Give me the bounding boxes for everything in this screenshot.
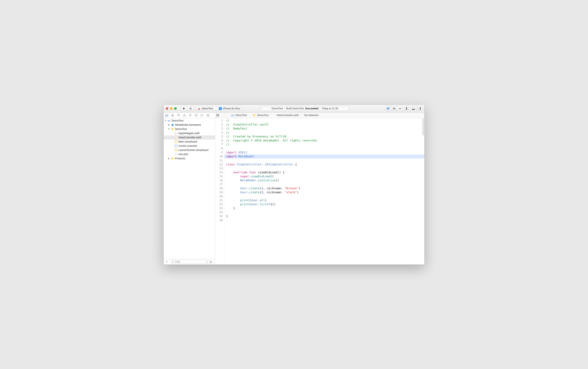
minimize-window-button[interactable] xyxy=(170,107,172,110)
toggle-utilities-button[interactable] xyxy=(416,106,422,111)
find-navigator-tab[interactable] xyxy=(177,113,180,117)
line-number[interactable]: 18 xyxy=(215,186,223,190)
toggle-navigator-button[interactable] xyxy=(405,106,410,111)
jump-segment-2[interactable]: ViewController.swift xyxy=(276,114,298,117)
report-navigator-tab[interactable] xyxy=(206,113,210,117)
line-number[interactable]: 12 xyxy=(215,163,223,166)
add-button[interactable]: + xyxy=(165,260,169,264)
forward-button[interactable]: 〉 xyxy=(226,113,230,117)
line-number[interactable]: 20 xyxy=(215,194,223,198)
line-number[interactable]: 25 xyxy=(215,214,223,218)
line-number[interactable]: 8 xyxy=(215,146,223,151)
line-number-gutter[interactable]: 1234567891011121314151617181920212223242… xyxy=(215,118,224,265)
code-line[interactable] xyxy=(224,146,424,151)
line-number[interactable]: 1 xyxy=(215,119,223,123)
line-number[interactable]: 6 xyxy=(215,139,223,143)
code-line[interactable]: import UIKit xyxy=(224,151,424,154)
line-number[interactable]: 13 xyxy=(215,166,223,170)
line-number[interactable]: 23 xyxy=(215,206,223,210)
zoom-window-button[interactable] xyxy=(174,107,177,110)
test-navigator-tab[interactable] xyxy=(189,113,192,117)
activity-viewer[interactable]: DemoTest | Build DemoTest: Succeeded | T… xyxy=(261,106,349,111)
line-number[interactable]: 2 xyxy=(215,123,223,127)
version-editor-button[interactable] xyxy=(397,106,403,111)
tree-row[interactable]: sViewController.swift xyxy=(164,135,215,140)
tree-row[interactable]: ▶📁Products xyxy=(164,156,215,161)
code-line[interactable]: // xyxy=(224,131,424,134)
tree-row[interactable]: ▼▸▯DemoTest xyxy=(164,119,215,123)
line-number[interactable]: 17 xyxy=(215,182,223,186)
code-line[interactable]: User.create(2, nickname: "stark") xyxy=(224,190,424,194)
navigator-filter[interactable]: ◎ ◷ ▣ xyxy=(170,260,214,264)
code-line[interactable]: print(User.all) xyxy=(224,198,424,202)
jump-segment-1[interactable]: DemoTest xyxy=(257,114,268,117)
disclosure-triangle[interactable]: ▼ xyxy=(168,128,170,130)
filter-input[interactable] xyxy=(175,260,205,263)
issue-navigator-tab[interactable] xyxy=(183,113,186,117)
code-line[interactable]: print(User.first(3)) xyxy=(224,202,424,206)
tree-row[interactable]: LaunchScreen.storyboard xyxy=(164,148,215,152)
line-number[interactable]: 4 xyxy=(215,131,223,134)
scheme-selector[interactable]: ◭ DemoTest 〉 ▯ iPhone 6s Plus xyxy=(196,106,242,111)
code-line[interactable] xyxy=(224,166,424,170)
line-number[interactable]: 11 xyxy=(215,158,223,163)
tree-row[interactable]: ▼📁DemoTest xyxy=(164,127,215,131)
code-line[interactable] xyxy=(224,182,424,186)
scm-filter-icon[interactable]: ▣ xyxy=(209,260,212,263)
disclosure-triangle[interactable]: ▶ xyxy=(168,157,170,160)
code-line[interactable]: override func viewDidLoad() { xyxy=(224,170,424,174)
assistant-editor-button[interactable] xyxy=(391,106,397,111)
code-line[interactable]: User.create(1, nickname: "Draven") xyxy=(224,186,424,190)
tree-row[interactable]: Info.plist xyxy=(164,152,215,156)
line-number[interactable]: 24 xyxy=(215,210,223,214)
code-line[interactable]: // Copyright © 2016 metamodel. All right… xyxy=(224,139,424,143)
line-number[interactable]: 16 xyxy=(215,178,223,182)
code-line[interactable]: import MetaModel xyxy=(224,154,424,158)
code-line[interactable]: class ViewController: UIViewController { xyxy=(224,163,424,166)
disclosure-triangle[interactable]: ▼ xyxy=(165,119,167,122)
jump-segment-0[interactable]: DemoTest xyxy=(235,114,247,117)
run-button[interactable] xyxy=(180,106,187,111)
project-tree[interactable]: ▼▸▯DemoTest▶🧳MetaModel.framework▼📁DemoTe… xyxy=(164,118,215,259)
code-line[interactable]: } xyxy=(224,206,424,210)
code-line[interactable]: // xyxy=(224,119,424,123)
code-line[interactable]: } xyxy=(224,214,424,218)
code-line[interactable]: // xyxy=(224,143,424,146)
stop-button[interactable] xyxy=(187,106,194,111)
code-line[interactable] xyxy=(224,158,424,163)
debug-navigator-tab[interactable] xyxy=(194,113,198,117)
line-number[interactable]: 21 xyxy=(215,198,223,202)
code-line[interactable] xyxy=(224,210,424,214)
disclosure-triangle[interactable]: ▶ xyxy=(168,124,170,126)
code-editor[interactable]: 1234567891011121314151617181920212223242… xyxy=(215,118,424,265)
code-line[interactable]: // ViewController.swift xyxy=(224,123,424,127)
close-window-button[interactable] xyxy=(166,107,168,110)
line-number[interactable]: 9 xyxy=(215,151,223,154)
code-line[interactable] xyxy=(224,194,424,198)
code-content[interactable]: //// ViewController.swift// DemoTest////… xyxy=(224,118,424,265)
project-navigator-tab[interactable] xyxy=(165,113,169,117)
breakpoint-navigator-tab[interactable] xyxy=(200,113,204,117)
line-number[interactable]: 5 xyxy=(215,134,223,139)
standard-editor-button[interactable] xyxy=(385,106,391,111)
tree-row[interactable]: sAppDelegate.swift xyxy=(164,131,215,135)
code-line[interactable] xyxy=(224,218,424,222)
tree-row[interactable]: ▶🧳MetaModel.framework xyxy=(164,123,215,127)
code-line[interactable]: // DemoTest xyxy=(224,127,424,131)
jump-bar[interactable]: 〈 〉 ▸▯ DemoTest 〉 📁 DemoTest 〉 ◦ ViewCon… xyxy=(215,113,424,118)
line-number[interactable]: 26 xyxy=(215,218,223,222)
code-line[interactable]: // Created by Draveness on 9/7/16. xyxy=(224,134,424,139)
jump-segment-3[interactable]: No Selection xyxy=(304,114,319,117)
tree-row[interactable]: Assets.xcassets xyxy=(164,144,215,148)
line-number[interactable]: 15 xyxy=(215,174,223,178)
related-items-icon[interactable] xyxy=(216,114,220,116)
vertical-scrollbar[interactable] xyxy=(422,119,424,135)
line-number[interactable]: 14 xyxy=(215,170,223,174)
line-number[interactable]: 22 xyxy=(215,202,223,206)
code-line[interactable]: super.viewDidLoad() xyxy=(224,174,424,178)
symbol-navigator-tab[interactable] xyxy=(171,113,175,117)
toggle-debug-area-button[interactable] xyxy=(410,106,416,111)
line-number[interactable]: 7 xyxy=(215,143,223,146)
line-number[interactable]: 10 xyxy=(215,154,223,158)
recent-filter-icon[interactable]: ◷ xyxy=(205,260,208,263)
